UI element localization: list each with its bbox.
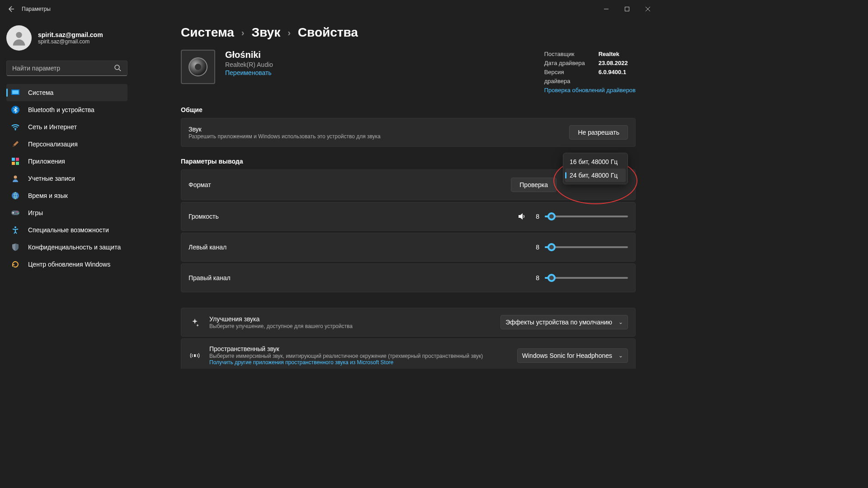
left-value: 8 <box>531 244 539 251</box>
nav-personalization[interactable]: Персонализация <box>6 136 127 153</box>
breadcrumb: Система › Звук › Свойства <box>181 25 636 40</box>
svg-point-14 <box>17 211 18 212</box>
svg-point-6 <box>15 129 16 131</box>
card-left-channel: Левый канал 8 <box>181 233 636 262</box>
right-title: Правый канал <box>189 274 231 282</box>
test-button[interactable]: Проверка <box>511 178 557 192</box>
svg-point-12 <box>12 192 19 199</box>
person-icon <box>11 174 20 183</box>
chevron-right-icon: › <box>288 28 291 38</box>
driver-vendor-label: Поставщик <box>544 50 590 59</box>
bluetooth-icon <box>11 105 20 114</box>
account-email: spirit.saz@gmail.com <box>38 38 103 45</box>
maximize-button[interactable] <box>617 0 637 18</box>
nav-time-lang[interactable]: Время и язык <box>6 187 127 204</box>
nav-accounts[interactable]: Учетные записи <box>6 170 127 187</box>
driver-date: 23.08.2022 <box>599 59 628 68</box>
nav-apps[interactable]: Приложения <box>6 153 127 170</box>
card-volume: Громкость 8 <box>181 202 636 231</box>
nav-label: Приложения <box>28 158 65 165</box>
nav-label: Центр обновления Windows <box>28 261 110 268</box>
nav-accessibility[interactable]: Специальные возможности <box>6 221 127 239</box>
nav-label: Специальные возможности <box>28 226 109 234</box>
format-option-16[interactable]: 16 бит, 48000 Гц <box>565 155 626 169</box>
nav-privacy[interactable]: Конфиденциальность и защита <box>6 239 127 256</box>
driver-info: ПоставщикRealtek Дата драйвера23.08.2022… <box>544 50 636 94</box>
driver-check-link[interactable]: Проверка обновлений драйверов <box>544 87 636 94</box>
disallow-button[interactable]: Не разрешать <box>569 125 628 140</box>
driver-ver: 6.0.9400.1 <box>599 68 626 86</box>
driver-vendor: Realtek <box>599 50 619 59</box>
monitor-icon <box>11 88 20 97</box>
nav-bluetooth[interactable]: Bluetooth и устройства <box>6 101 127 118</box>
chevron-down-icon: ⌄ <box>618 319 623 325</box>
game-icon <box>11 208 20 217</box>
volume-title: Громкость <box>189 213 219 220</box>
card-enhancements: Улучшения звука Выберите улучшение, дост… <box>181 308 636 337</box>
nav-network[interactable]: Сеть и Интернет <box>6 118 127 136</box>
right-slider[interactable] <box>545 277 628 279</box>
account-name: spirit.saz@gmail.com <box>38 31 103 38</box>
crumb-sound[interactable]: Звук <box>252 25 281 40</box>
nav-system[interactable]: Система <box>6 84 127 101</box>
svg-rect-9 <box>12 162 15 165</box>
accessibility-icon <box>11 225 20 235</box>
nav-label: Игры <box>28 209 43 216</box>
crumb-system[interactable]: Система <box>181 25 234 40</box>
device-name: Głośniki <box>225 50 273 60</box>
nav-label: Bluetooth и устройства <box>28 106 94 113</box>
card-title: Звук <box>189 126 381 133</box>
chevron-right-icon: › <box>241 28 245 38</box>
volume-value: 8 <box>531 213 539 220</box>
search-box[interactable] <box>6 61 130 76</box>
globe-icon <box>11 191 20 200</box>
sparkle-icon <box>189 318 201 327</box>
device-header: Głośniki Realtek(R) Audio Переименовать … <box>181 50 636 94</box>
titlebar: Параметры <box>0 0 658 18</box>
back-button[interactable] <box>5 4 16 14</box>
card-desc: Разрешить приложениям и Windows использо… <box>189 133 381 140</box>
window-title: Параметры <box>22 6 51 12</box>
nav-label: Система <box>28 89 53 96</box>
chevron-down-icon: ⌄ <box>618 352 623 359</box>
nav-update[interactable]: Центр обновления Windows <box>6 256 127 273</box>
search-input[interactable] <box>6 61 127 76</box>
nav-games[interactable]: Игры <box>6 204 127 221</box>
device-sub: Realtek(R) Audio <box>225 61 273 68</box>
spatial-icon <box>189 352 201 359</box>
volume-slider[interactable] <box>545 216 628 217</box>
avatar <box>6 25 32 51</box>
svg-point-11 <box>14 176 17 179</box>
nav-label: Учетные записи <box>28 175 75 182</box>
format-option-24[interactable]: 24 бит, 48000 Гц <box>565 169 626 182</box>
minimize-button[interactable] <box>596 0 617 18</box>
account-block[interactable]: spirit.saz@gmail.com spirit.saz@gmail.co… <box>6 25 130 51</box>
svg-point-16 <box>14 226 16 228</box>
svg-point-15 <box>18 213 19 214</box>
nav-label: Персонализация <box>28 141 78 148</box>
svg-rect-10 <box>16 162 19 165</box>
right-value: 8 <box>531 274 539 282</box>
card-sound-permission: Звук Разрешить приложениям и Windows исп… <box>181 118 636 147</box>
spatial-link[interactable]: Получить другие приложения пространствен… <box>209 359 483 366</box>
spatial-select[interactable]: Windows Sonic for Headphones ⌄ <box>517 348 628 363</box>
section-general: Общие <box>181 106 636 113</box>
svg-rect-4 <box>12 90 19 94</box>
close-button[interactable] <box>637 0 658 18</box>
wifi-icon <box>11 122 20 131</box>
nav-label: Конфиденциальность и защита <box>28 244 121 251</box>
speaker-icon[interactable] <box>518 212 526 221</box>
nav-label: Время и язык <box>28 192 68 199</box>
enhance-select[interactable]: Эффекты устройства по умолчанию ⌄ <box>500 315 628 329</box>
left-slider[interactable] <box>545 246 628 248</box>
enhance-title: Улучшения звука <box>209 315 353 323</box>
main-content: Система › Звук › Свойства Głośniki Realt… <box>136 18 658 369</box>
nav-label: Сеть и Интернет <box>28 123 77 131</box>
format-dropdown[interactable]: 16 бит, 48000 Гц 24 бит, 48000 Гц <box>563 153 628 184</box>
spatial-title: Пространственный звук <box>209 345 483 352</box>
format-title: Формат <box>189 181 211 188</box>
device-icon <box>181 50 215 84</box>
nav-list: Система Bluetooth и устройства Сеть и Ин… <box>6 84 130 273</box>
rename-link[interactable]: Переименовать <box>225 69 273 76</box>
svg-rect-0 <box>625 7 629 11</box>
